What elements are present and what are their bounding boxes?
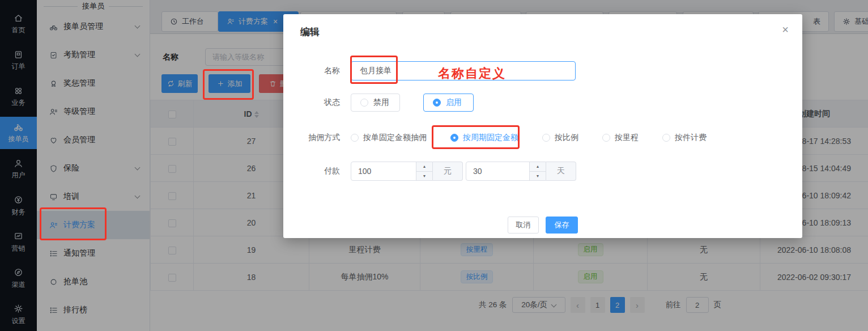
status-option-disabled[interactable]: 禁用: [351, 94, 400, 112]
option-label: 按周期固定金额: [463, 133, 518, 143]
name-label: 名称: [283, 66, 340, 76]
option-label: 启用: [446, 97, 462, 108]
radio-icon: [542, 134, 550, 142]
dialog-footer: 取消 保存: [283, 217, 802, 234]
amount-input[interactable]: 100 ▴ ▾: [351, 162, 433, 181]
radio-icon: [360, 99, 368, 107]
amount-stepper: ▴ ▾: [416, 162, 432, 180]
status-option-enabled[interactable]: 启用: [423, 94, 474, 112]
option-label: 按里程: [615, 133, 639, 143]
pay-field-row: 付款 100 ▴ ▾ 元 30 ▴ ▾ 天: [283, 162, 576, 181]
period-value: 30: [473, 167, 482, 176]
edit-dialog: 编辑 × 名称 包月接单 名称自定义 状态 禁用 启用 抽佣方式 按单固定金额抽…: [283, 14, 802, 238]
cancel-button[interactable]: 取消: [508, 217, 539, 234]
dialog-title: 编辑: [300, 26, 320, 39]
period-stepper: ▴ ▾: [529, 162, 546, 180]
amount-value: 100: [358, 167, 371, 176]
commission-option-fixed-per-order[interactable]: 按单固定金额抽佣: [351, 133, 427, 143]
commission-option-by-ratio[interactable]: 按比例: [542, 133, 578, 143]
name-annotation-text: 名称自定义: [438, 65, 506, 82]
close-icon[interactable]: ×: [782, 23, 789, 36]
radio-icon: [602, 134, 610, 142]
option-label: 按单固定金额抽佣: [363, 133, 427, 143]
stepper-down-icon[interactable]: ▾: [416, 172, 432, 181]
pay-label: 付款: [283, 166, 340, 176]
status-field-row: 状态 禁用 启用: [283, 94, 474, 112]
amount-unit: 元: [433, 162, 463, 181]
stepper-up-icon[interactable]: ▴: [416, 162, 432, 172]
radio-icon: [351, 134, 359, 142]
commission-label: 抽佣方式: [283, 133, 340, 143]
radio-checked-icon: [433, 99, 441, 107]
radio-checked-icon: [450, 134, 458, 142]
period-unit: 天: [546, 162, 576, 181]
name-value: 包月接单: [360, 66, 392, 76]
commission-field-row: 抽佣方式 按单固定金额抽佣 按周期固定金额 按比例 按里程 按件计费: [283, 129, 730, 146]
stepper-down-icon[interactable]: ▾: [530, 172, 546, 181]
name-field-row: 名称 包月接单: [283, 60, 576, 82]
period-input[interactable]: 30 ▴ ▾: [466, 162, 546, 181]
status-label: 状态: [283, 97, 340, 108]
option-label: 按件计费: [675, 133, 707, 143]
radio-icon: [662, 134, 670, 142]
option-label: 禁用: [373, 97, 389, 108]
commission-option-fixed-per-period[interactable]: 按周期固定金额: [450, 133, 518, 143]
option-label: 按比例: [555, 133, 578, 143]
stepper-up-icon[interactable]: ▴: [530, 162, 546, 172]
commission-option-by-mileage[interactable]: 按里程: [602, 133, 639, 143]
save-button[interactable]: 保存: [546, 217, 578, 234]
commission-option-by-piece[interactable]: 按件计费: [662, 133, 707, 143]
